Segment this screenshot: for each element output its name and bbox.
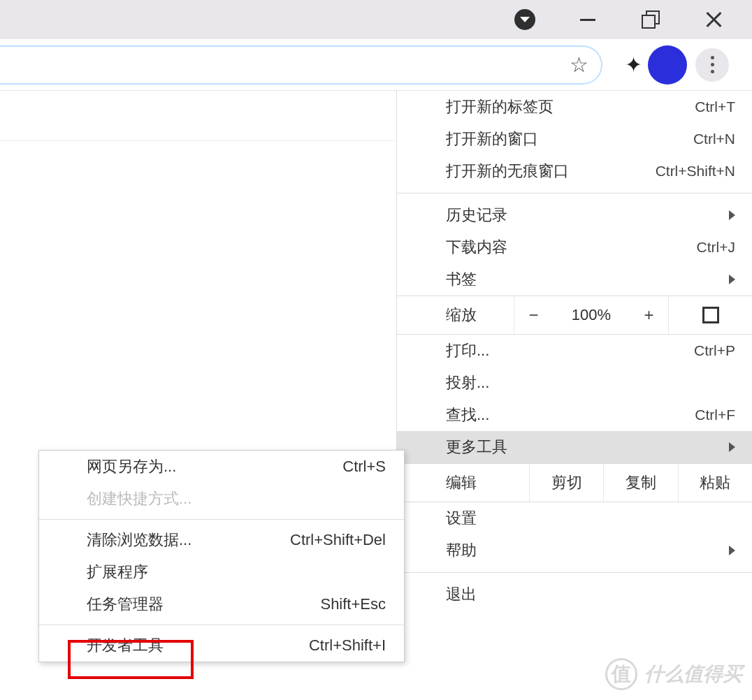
submenu-save-page-as[interactable]: 网页另存为... Ctrl+S xyxy=(39,451,404,483)
menu-find[interactable]: 查找... Ctrl+F xyxy=(397,399,752,431)
submenu-shortcut: Ctrl+Shift+Del xyxy=(290,531,386,549)
zoom-label: 缩放 xyxy=(397,296,514,334)
submenu-task-manager[interactable]: 任务管理器 Shift+Esc xyxy=(39,588,404,620)
menu-label: 投射... xyxy=(446,372,489,393)
menu-label: 打开新的无痕窗口 xyxy=(446,161,569,182)
titlebar xyxy=(0,0,752,39)
window-close-button[interactable] xyxy=(682,0,745,39)
edit-cut-button[interactable]: 剪切 xyxy=(530,464,604,502)
menu-label: 更多工具 xyxy=(446,437,507,458)
submenu-label: 任务管理器 xyxy=(87,594,164,615)
zoom-out-button[interactable]: − xyxy=(514,296,553,334)
zoom-in-button[interactable]: + xyxy=(630,296,668,334)
menu-exit[interactable]: 退出 xyxy=(397,578,752,611)
chevron-right-icon xyxy=(729,546,735,555)
submenu-shortcut: Ctrl+Shift+I xyxy=(309,636,386,655)
chevron-right-icon xyxy=(729,210,735,220)
menu-history[interactable]: 历史记录 xyxy=(397,199,752,231)
profile-avatar[interactable] xyxy=(648,45,687,85)
menu-label: 帮助 xyxy=(446,540,477,561)
menu-label: 打开新的窗口 xyxy=(446,129,538,150)
menu-shortcut: Ctrl+T xyxy=(695,99,735,115)
menu-print[interactable]: 打印... Ctrl+P xyxy=(397,335,752,367)
menu-downloads[interactable]: 下载内容 Ctrl+J xyxy=(397,231,752,263)
extensions-icon[interactable]: ✦ xyxy=(619,52,648,77)
submenu-label: 扩展程序 xyxy=(87,562,148,583)
content-header xyxy=(0,91,396,141)
submenu-label: 清除浏览数据... xyxy=(87,530,191,550)
edit-paste-button[interactable]: 粘贴 xyxy=(679,464,752,502)
submenu-shortcut: Shift+Esc xyxy=(320,595,386,613)
menu-cast[interactable]: 投射... xyxy=(397,367,752,399)
chevron-down-icon xyxy=(514,9,535,30)
fullscreen-icon xyxy=(702,307,719,323)
chevron-right-icon xyxy=(729,442,735,452)
menu-new-tab[interactable]: 打开新的标签页 Ctrl+T xyxy=(397,91,752,123)
menu-shortcut: Ctrl+F xyxy=(695,407,735,423)
menu-label: 书签 xyxy=(446,269,477,290)
submenu-label: 网页另存为... xyxy=(87,456,176,477)
menu-edit-row: 编辑 剪切 复制 粘贴 xyxy=(397,463,752,502)
submenu-label: 创建快捷方式... xyxy=(87,488,191,509)
close-icon xyxy=(704,10,723,29)
fullscreen-button[interactable] xyxy=(668,296,752,334)
more-tools-submenu: 网页另存为... Ctrl+S 创建快捷方式... 清除浏览数据... Ctrl… xyxy=(38,450,405,662)
main-menu: 打开新的标签页 Ctrl+T 打开新的窗口 Ctrl+N 打开新的无痕窗口 Ct… xyxy=(396,91,752,611)
chevron-right-icon xyxy=(729,275,735,284)
bookmark-star-icon[interactable]: ☆ xyxy=(570,52,588,77)
edit-label: 编辑 xyxy=(397,464,530,502)
menu-label: 下载内容 xyxy=(446,237,507,258)
window-minimize-button[interactable] xyxy=(556,0,619,39)
menu-new-incognito[interactable]: 打开新的无痕窗口 Ctrl+Shift+N xyxy=(397,155,752,187)
watermark-text: 什么值得买 xyxy=(644,661,742,687)
edit-copy-button[interactable]: 复制 xyxy=(604,464,678,502)
minimize-icon xyxy=(580,19,595,21)
menu-label: 设置 xyxy=(446,508,477,529)
watermark: 值 什么值得买 xyxy=(605,658,742,690)
menu-shortcut: Ctrl+P xyxy=(694,342,735,359)
menu-label: 打印... xyxy=(446,340,489,361)
submenu-developer-tools[interactable]: 开发者工具 Ctrl+Shift+I xyxy=(39,629,404,662)
menu-bookmarks[interactable]: 书签 xyxy=(397,263,752,296)
toolbar: ☆ ✦ xyxy=(0,39,752,91)
menu-settings[interactable]: 设置 xyxy=(397,502,752,534)
menu-label: 打开新的标签页 xyxy=(446,96,554,117)
submenu-create-shortcut: 创建快捷方式... xyxy=(39,483,404,515)
maximize-icon xyxy=(644,13,658,27)
menu-shortcut: Ctrl+Shift+N xyxy=(656,163,735,180)
watermark-logo: 值 xyxy=(605,658,637,690)
window-maximize-button[interactable] xyxy=(619,0,682,39)
menu-shortcut: Ctrl+N xyxy=(693,131,735,147)
more-menu-button[interactable] xyxy=(695,48,729,82)
zoom-percent: 100% xyxy=(553,296,630,334)
menu-zoom-row: 缩放 − 100% + xyxy=(397,296,752,335)
menu-help[interactable]: 帮助 xyxy=(397,534,752,567)
tab-dropdown-button[interactable] xyxy=(493,0,556,39)
menu-label: 退出 xyxy=(446,584,477,605)
menu-shortcut: Ctrl+J xyxy=(697,239,735,256)
menu-more-tools[interactable]: 更多工具 xyxy=(397,431,752,463)
address-bar[interactable]: ☆ xyxy=(0,45,602,85)
submenu-extensions[interactable]: 扩展程序 xyxy=(39,556,404,588)
submenu-label: 开发者工具 xyxy=(87,635,164,656)
submenu-clear-browsing-data[interactable]: 清除浏览数据... Ctrl+Shift+Del xyxy=(39,524,404,556)
menu-new-window[interactable]: 打开新的窗口 Ctrl+N xyxy=(397,123,752,155)
menu-label: 历史记录 xyxy=(446,205,507,226)
submenu-shortcut: Ctrl+S xyxy=(342,458,386,476)
menu-label: 查找... xyxy=(446,404,489,425)
